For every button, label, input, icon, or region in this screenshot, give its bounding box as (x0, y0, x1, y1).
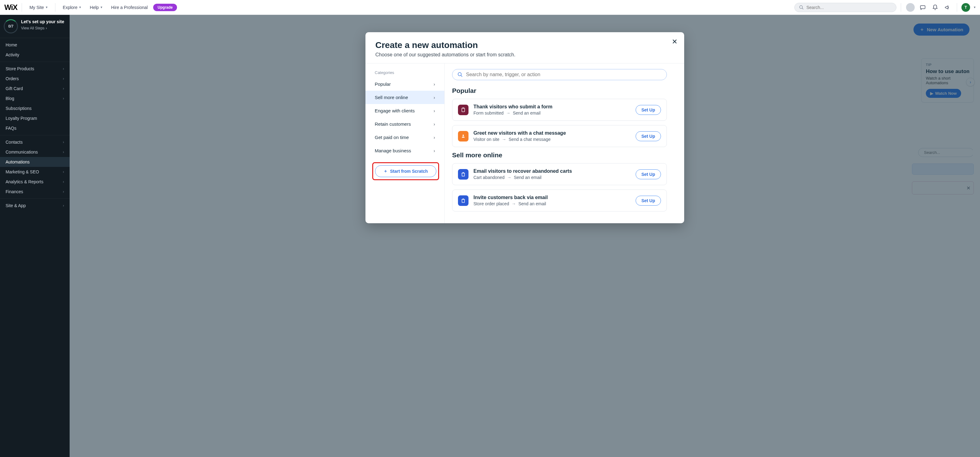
sidebar-item-analytics-reports[interactable]: Analytics & Reports› (0, 177, 70, 187)
sidebar-item-label: Store Products (6, 66, 34, 71)
upgrade-button[interactable]: Upgrade (153, 4, 177, 11)
automation-title: Email visitors to recover abandoned cart… (473, 169, 631, 174)
start-from-scratch-highlight: ＋ Start from Scratch (372, 162, 439, 180)
wix-logo[interactable]: WiX (4, 3, 18, 12)
sidebar-item-site-app[interactable]: Site & App› (0, 201, 70, 210)
global-search-input[interactable] (807, 5, 892, 10)
bell-icon[interactable] (930, 3, 940, 13)
category-sell-more-online[interactable]: Sell more online› (366, 91, 444, 104)
support-avatar[interactable] (905, 3, 915, 13)
automation-flow: Store order placed→Send an email (473, 201, 631, 206)
sidebar-item-communications[interactable]: Communications› (0, 147, 70, 157)
sidebar-item-orders[interactable]: Orders› (0, 74, 70, 84)
automation-flow: Form submitted→Send an email (473, 110, 631, 116)
chevron-right-icon: › (63, 204, 64, 208)
sidebar-item-activity[interactable]: Activity (0, 50, 70, 60)
chevron-down-icon: ▾ (100, 5, 102, 9)
automation-search[interactable] (452, 69, 667, 80)
start-from-scratch-button[interactable]: ＋ Start from Scratch (375, 166, 436, 177)
chevron-down-icon: ▾ (79, 5, 81, 9)
category-popular[interactable]: Popular› (366, 77, 444, 91)
category-manage-business[interactable]: Manage business› (366, 144, 444, 157)
section-title: Sell more online (452, 151, 677, 159)
sidebar-item-marketing-seo[interactable]: Marketing & SEO› (0, 167, 70, 177)
automation-trigger: Visitor on site (473, 137, 500, 142)
sidebar-item-label: Communications (6, 150, 38, 154)
nav-explore-label: Explore (63, 5, 77, 10)
svg-line-6 (461, 75, 462, 77)
sidebar-item-label: Loyalty Program (6, 116, 37, 121)
automation-card[interactable]: Greet new visitors with a chat messageVi… (452, 125, 667, 147)
sidebar-item-label: FAQs (6, 126, 16, 131)
chevron-right-icon: › (434, 108, 435, 113)
automation-search-input[interactable] (466, 72, 662, 77)
sidebar-item-contacts[interactable]: Contacts› (0, 137, 70, 147)
automation-trigger: Form submitted (473, 110, 503, 116)
nav-explore[interactable]: Explore ▾ (60, 3, 84, 12)
site-switcher[interactable]: My Site ▾ (26, 3, 51, 12)
section-title: Popular (452, 87, 677, 94)
automation-title: Thank visitors who submit a form (473, 104, 631, 110)
search-icon (799, 5, 804, 10)
automation-card[interactable]: Thank visitors who submit a formForm sub… (452, 99, 667, 121)
automation-trigger: Cart abandoned (473, 175, 504, 180)
set-up-button[interactable]: Set Up (636, 105, 661, 115)
automation-card[interactable]: Email visitors to recover abandoned cart… (452, 163, 667, 185)
clipboard-icon (458, 105, 468, 115)
view-all-steps-label: View All Steps (21, 26, 45, 30)
category-get-paid-on-time[interactable]: Get paid on time› (366, 131, 444, 144)
chevron-down-icon: ▾ (46, 5, 48, 9)
sidebar-item-blog[interactable]: Blog› (0, 94, 70, 104)
megaphone-icon[interactable] (943, 3, 953, 13)
close-icon[interactable]: ✕ (672, 38, 678, 46)
chevron-right-icon: › (434, 135, 435, 140)
category-label: Manage business (375, 148, 411, 153)
nav-hire[interactable]: Hire a Professional (108, 3, 151, 12)
sidebar-item-faqs[interactable]: FAQs (0, 123, 70, 133)
automation-card[interactable]: Invite customers back via emailStore ord… (452, 189, 667, 212)
chevron-right-icon: › (434, 122, 435, 127)
sidebar-item-subscriptions[interactable]: Subscriptions (0, 104, 70, 113)
sidebar-item-label: Automations (6, 159, 30, 164)
category-label: Sell more online (375, 95, 408, 100)
nav-help-label: Help (90, 5, 99, 10)
global-search[interactable] (794, 3, 896, 12)
sidebar-item-loyalty-program[interactable]: Loyalty Program (0, 113, 70, 123)
category-label: Engage with clients (375, 108, 415, 113)
divider (22, 3, 22, 12)
category-retain-customers[interactable]: Retain customers› (366, 117, 444, 131)
sidebar-item-label: Orders (6, 76, 19, 81)
set-up-button[interactable]: Set Up (636, 169, 661, 179)
chevron-right-icon: › (63, 67, 64, 71)
user-avatar[interactable]: T (961, 3, 970, 12)
arrow-right-icon: → (502, 137, 506, 142)
chevron-right-icon: › (63, 170, 64, 174)
sidebar-item-finances[interactable]: Finances› (0, 187, 70, 197)
sidebar-item-label: Home (6, 42, 17, 47)
sidebar-item-automations[interactable]: Automations (0, 157, 70, 167)
nav-help[interactable]: Help ▾ (87, 3, 105, 12)
automation-flow: Cart abandoned→Send an email (473, 175, 631, 180)
view-all-steps[interactable]: View All Steps › (21, 26, 64, 30)
setup-card[interactable]: 0/7 Let's set up your site View All Step… (0, 15, 70, 38)
set-up-button[interactable]: Set Up (636, 131, 661, 141)
chevron-down-icon[interactable]: ▾ (974, 5, 976, 9)
sidebar-item-store-products[interactable]: Store Products› (0, 64, 70, 74)
automation-title: Invite customers back via email (473, 195, 631, 200)
category-engage-with-clients[interactable]: Engage with clients› (366, 104, 444, 117)
category-label: Get paid on time (375, 135, 409, 140)
sidebar-item-label: Gift Card (6, 86, 23, 91)
categories-label: Categories (366, 69, 444, 77)
chat-icon[interactable] (918, 3, 928, 13)
arrow-right-icon: → (506, 110, 510, 116)
setup-progress-ring: 0/7 (4, 19, 18, 33)
sidebar-item-gift-card[interactable]: Gift Card› (0, 84, 70, 94)
chevron-right-icon: › (434, 148, 435, 153)
sidebar-item-label: Subscriptions (6, 106, 32, 111)
topbar: WiX My Site ▾ Explore ▾ Help ▾ Hire a Pr… (0, 0, 980, 15)
set-up-button[interactable]: Set Up (636, 196, 661, 205)
sidebar-item-home[interactable]: Home (0, 40, 70, 50)
category-label: Popular (375, 81, 391, 87)
modal-title: Create a new automation (375, 40, 674, 50)
automation-action: Send an email (518, 201, 546, 206)
